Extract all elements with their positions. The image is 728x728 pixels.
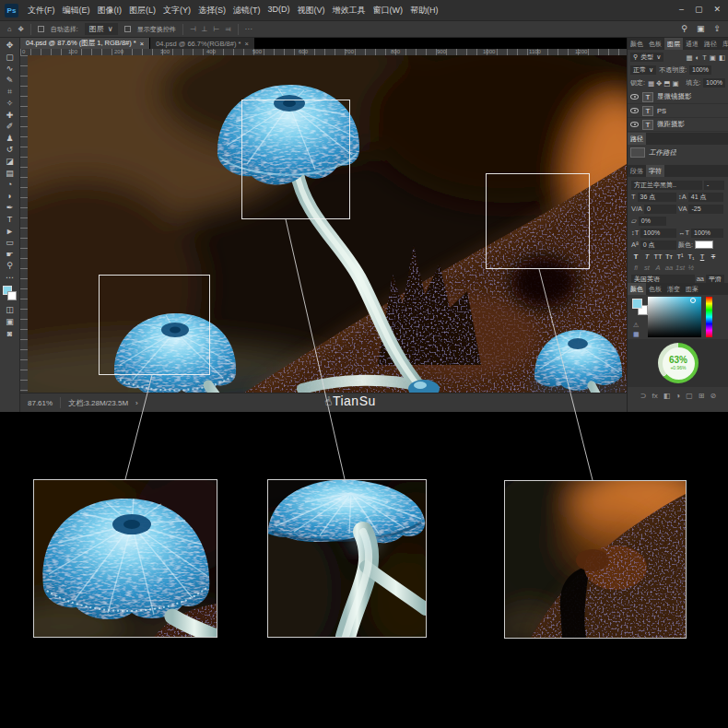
panel-bottom-icon[interactable]: ▢ [686,392,693,400]
small-caps-button[interactable]: Tᴛ [664,252,674,261]
superscript-button[interactable]: T¹ [675,252,685,261]
leading-dropdown[interactable]: 41 点 [688,193,723,202]
opentype-icon[interactable]: A [653,264,663,272]
tool-icon[interactable]: ◗ [7,191,12,203]
tab-paths[interactable]: 路径 [701,38,720,50]
filter-icon[interactable]: T [702,53,707,62]
document-tab-inactive[interactable]: 04.psd @ 66.7%(RGB/8#) * × [150,38,254,49]
tool-icon[interactable]: ☛ [6,249,13,261]
tool-icon[interactable]: ✧ [6,98,14,110]
underline-button[interactable]: T [698,252,707,261]
tab-character[interactable]: 字符 [646,165,664,177]
layer-filter-dropdown[interactable]: ⚲ 类型 ∨ [630,53,663,62]
tab-layers[interactable]: 图层 [664,38,683,50]
align-icon[interactable]: ⫤ [226,25,231,34]
minimize-button[interactable]: – [679,5,684,14]
tab-library[interactable]: 库 [720,38,728,50]
menu-item[interactable]: 图层(L) [125,5,159,17]
tool-icon[interactable]: ⌗ [7,86,12,98]
web-color-cube-icon[interactable]: ▦ [633,331,640,338]
eye-icon[interactable] [630,94,639,100]
tab-paths-panel[interactable]: 路径 [628,133,646,145]
maximize-button[interactable]: ▢ [695,5,703,14]
menu-item[interactable]: 窗口(W) [370,5,407,17]
menu-item[interactable]: 选择(S) [194,5,229,17]
tab-swatches[interactable]: 色板 [646,38,664,50]
document-tab-active[interactable]: 04.psd @ 87.6% (图层 1, RGB/8#) * × [20,38,149,49]
menu-item[interactable]: 增效工具 [329,5,370,17]
hue-slider[interactable] [706,297,712,337]
tab-color[interactable]: 颜色 [628,38,646,50]
language-dropdown[interactable]: 美国英语 [631,275,695,284]
text-color-swatch[interactable] [695,241,713,249]
tool-icon[interactable]: ✥ [6,40,14,52]
tool-icon[interactable]: T [7,214,13,226]
align-icon[interactable]: ⊢ [214,25,220,34]
opentype-icon[interactable]: aa [664,264,674,272]
tool-icon[interactable]: ∿ [6,63,14,75]
tool-icon[interactable]: ► [6,226,14,238]
tracking-dropdown[interactable]: -25 [688,205,723,214]
align-icon[interactable]: ⊣ [190,25,196,34]
screen-mode-icon[interactable]: ◫ [6,304,14,316]
tool-icon[interactable]: ⋯ [6,272,14,284]
eye-icon[interactable] [630,108,639,113]
status-arrow-icon[interactable]: › [135,399,138,407]
tool-icon[interactable]: ✐ [6,121,14,133]
vertical-scale-field[interactable]: 100% [640,229,676,238]
tool-icon[interactable]: ▤ [6,168,14,180]
baseline-shift-field[interactable]: 0 点 [640,241,676,250]
font-family-dropdown[interactable]: 方正兰亭黑简.. [631,181,702,190]
horizontal-scale-field[interactable]: 100% [691,229,723,238]
tool-icon[interactable]: ↺ [6,144,14,156]
anti-alias-dropdown[interactable]: 平滑 [706,275,724,284]
tab-color-panel[interactable]: 颜色 [628,283,646,295]
filter-icon[interactable]: ◧ [719,53,725,62]
blend-mode-dropdown[interactable]: 正常 ∨ [630,65,656,75]
proportional-dropdown[interactable]: 0% [639,217,666,226]
filter-icon[interactable]: ◐ [696,53,700,62]
tab-swatches-panel[interactable]: 色板 [646,283,664,295]
lock-icon[interactable]: ▦ [648,79,654,88]
strikethrough-button[interactable]: T [709,252,718,261]
close-tab-icon[interactable]: × [140,40,144,48]
tool-icon[interactable]: ♟ [6,133,13,145]
menu-item[interactable]: 3D(D) [264,5,294,17]
tool-icon[interactable]: ◔ [7,179,12,191]
menu-item[interactable]: 文字(Y) [159,5,194,17]
document-canvas[interactable] [28,55,627,393]
menu-item[interactable]: 图像(I) [94,5,126,17]
show-transform-checkbox[interactable] [124,26,131,32]
menu-item[interactable]: 文件(F) [24,5,59,17]
filter-icon[interactable]: ▦ [687,53,693,62]
auto-select-target-dropdown[interactable]: 图层 ∨ [85,23,118,35]
tab-paragraph[interactable]: 段落 [628,165,646,177]
work-path-label[interactable]: 工作路径 [649,148,676,158]
layer-name[interactable]: 微距摄影 [657,120,685,129]
workspace-icon[interactable]: ▣ [697,24,705,33]
gamut-warning-icon[interactable]: ⚠ [633,322,639,329]
tool-icon[interactable]: ✒ [6,202,14,214]
eye-icon[interactable] [630,122,639,127]
menu-item[interactable]: 帮助(H) [406,5,442,17]
filter-icon[interactable]: ▣ [710,53,716,62]
home-icon[interactable]: ⌂ [7,25,12,33]
layer-row[interactable]: T 微距摄影 [628,118,728,132]
kerning-dropdown[interactable]: 0 [644,205,676,214]
color-swatches[interactable] [3,286,18,302]
lock-icon[interactable]: ✥ [656,79,662,88]
screen-mode-icon[interactable]: ◙ [7,328,12,340]
tool-icon[interactable]: ▭ [6,237,14,249]
tab-patterns-panel[interactable]: 图案 [683,283,701,295]
panel-bottom-icon[interactable]: ◧ [663,392,671,400]
opacity-dropdown[interactable]: 100% [689,65,711,75]
menu-item[interactable]: 编辑(E) [59,5,94,17]
tool-icon[interactable]: ⚲ [6,260,13,272]
work-path-row[interactable]: 工作路径 [628,146,728,159]
search-icon[interactable]: ⚲ [681,24,687,33]
opentype-icon[interactable]: ½ [687,264,696,272]
auto-select-checkbox[interactable] [38,26,44,32]
align-icon[interactable]: ⊥ [202,25,208,34]
tool-icon[interactable]: ✎ [6,75,14,87]
tool-icon[interactable]: ✚ [6,110,14,122]
